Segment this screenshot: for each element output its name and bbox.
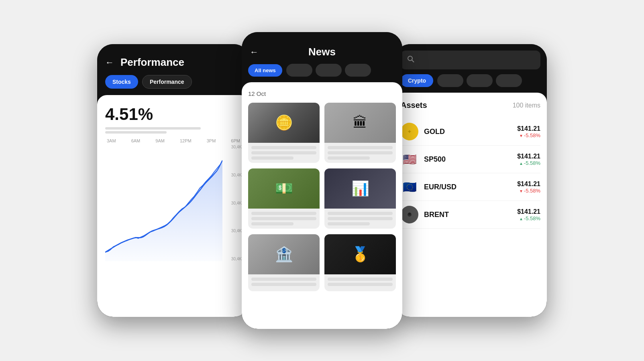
asset-change-brent: -5.58%	[517, 215, 540, 221]
news-tab-placeholder-1	[286, 64, 312, 77]
news-card-text	[248, 143, 320, 163]
svg-line-1	[412, 60, 414, 62]
news-line	[251, 283, 316, 286]
gold-icon: ✦	[401, 123, 418, 140]
news-card-text	[248, 209, 320, 229]
news-img-gold	[324, 234, 396, 274]
phone-news: ← News All news 12 Oct	[242, 32, 402, 329]
news-card-money[interactable]	[248, 168, 320, 229]
asset-price-brent: $141.21	[517, 208, 540, 215]
asset-name-sp500: SP500	[424, 155, 512, 164]
chart-label-12pm: 12PM	[180, 138, 192, 143]
tab-stocks[interactable]: Stocks	[105, 75, 138, 89]
news-img-money	[248, 168, 320, 209]
news-back-icon[interactable]: ←	[250, 47, 259, 57]
asset-row-eurusd[interactable]: 🇪🇺 EUR/USD $141.21 -5.58%	[401, 173, 540, 201]
arrow-down-icon	[519, 132, 523, 138]
news-img-trader	[324, 168, 396, 209]
chart-label-6am: 6AM	[131, 138, 141, 143]
chart-y-4: 30,4K	[226, 173, 242, 177]
asset-price-gold: $141.21	[517, 125, 540, 132]
news-card-wall[interactable]	[324, 103, 396, 163]
asset-name-brent: BRENT	[424, 211, 512, 219]
news-card-text	[248, 274, 320, 291]
asset-name-eurusd: EUR/USD	[424, 183, 512, 191]
crypto-inner: Crypto Assets 100 items ✦	[394, 44, 547, 317]
asset-price-col-brent: $141.21 -5.58%	[517, 208, 540, 221]
perf-bar-1	[105, 127, 201, 130]
sp500-icon: 🇺🇸	[401, 150, 418, 168]
arrow-down-icon	[519, 188, 523, 194]
asset-price-sp500: $141.21	[517, 153, 540, 160]
news-card-coins[interactable]	[248, 103, 320, 163]
chart-y-2: 30,4K	[226, 229, 242, 233]
news-card-text	[324, 274, 396, 291]
news-card-building[interactable]	[248, 234, 320, 291]
news-line	[251, 217, 316, 220]
assets-count: 100 items	[513, 102, 540, 109]
asset-row-brent[interactable]: BRENT $141.21 -5.58%	[401, 201, 540, 229]
eurusd-icon: 🇪🇺	[401, 178, 418, 196]
chart-svg	[105, 145, 222, 261]
perf-bar-2	[105, 131, 167, 134]
chart-svg-area	[105, 145, 222, 261]
chart-y-1: 30,4K	[226, 257, 242, 261]
news-card-text	[324, 143, 396, 163]
news-line	[328, 151, 393, 154]
news-img-wall	[324, 103, 396, 143]
news-page-title: News	[308, 46, 336, 58]
arrow-up-icon	[519, 215, 523, 221]
performance-header: ← Performance	[97, 52, 250, 75]
news-line	[328, 217, 393, 220]
assets-card: Assets 100 items ✦ GOLD $141.21	[394, 93, 547, 317]
news-card-gold[interactable]	[324, 234, 396, 291]
tab-performance[interactable]: Performance	[142, 75, 192, 89]
news-line-short	[251, 222, 293, 225]
asset-name-gold: GOLD	[424, 128, 512, 136]
page-title: Performance	[120, 56, 184, 69]
back-icon[interactable]: ←	[105, 57, 114, 68]
crypto-tab-placeholder-1	[437, 74, 463, 87]
search-bar[interactable]	[401, 51, 540, 69]
performance-percent: 4.51%	[105, 105, 242, 124]
news-grid-row3	[248, 234, 396, 291]
news-line	[328, 146, 393, 149]
asset-change-gold: -5.58%	[517, 132, 540, 138]
svg-point-6	[408, 213, 411, 215]
news-line	[251, 146, 316, 149]
news-tab-placeholder-3	[345, 64, 371, 77]
chart-label-9am: 9AM	[155, 138, 165, 143]
news-card-text	[324, 209, 396, 229]
tab-all-news[interactable]: All news	[248, 64, 282, 77]
news-content-card: 12 Oct	[242, 82, 402, 329]
search-icon	[407, 55, 414, 65]
crypto-tab-placeholder-2	[467, 74, 493, 87]
chart-y-axis: 30,4K 30,4K 30,4K 30,4K 30,4K	[222, 145, 242, 261]
news-tab-placeholder-2	[316, 64, 342, 77]
brent-icon	[401, 206, 418, 223]
asset-change-sp500: -5.58%	[517, 160, 540, 166]
chart-label-3am: 3AM	[107, 138, 116, 143]
news-line-short	[328, 156, 370, 160]
news-grid-row2	[248, 168, 396, 229]
news-grid-row1	[248, 103, 396, 163]
news-header: ← News	[242, 40, 402, 64]
asset-price-eurusd: $141.21	[517, 180, 540, 188]
chart-y-3: 30,4K	[226, 201, 242, 205]
asset-price-col-gold: $141.21 -5.58%	[517, 125, 540, 138]
phone-performance: ← Performance Stocks Performance 4.51% 3…	[97, 44, 250, 317]
performance-tab-bar: Stocks Performance	[97, 75, 250, 95]
asset-row-gold[interactable]: ✦ GOLD $141.21 -5.58%	[401, 118, 540, 146]
phone-crypto: Crypto Assets 100 items ✦	[394, 44, 547, 317]
chart-label-3pm: 3PM	[207, 138, 216, 143]
news-card-trader[interactable]	[324, 168, 396, 229]
chart-area: 30,4K 30,4K 30,4K 30,4K 30,4K	[105, 145, 242, 261]
chart-label-6pm: 6PM	[231, 138, 240, 143]
news-line	[251, 151, 316, 154]
asset-row-sp500[interactable]: 🇺🇸 SP500 $141.21 -5.58%	[401, 146, 540, 173]
asset-price-col-sp500: $141.21 -5.58%	[517, 153, 540, 166]
news-line	[251, 212, 316, 215]
arrow-up-icon	[519, 160, 523, 166]
tab-crypto[interactable]: Crypto	[401, 74, 433, 87]
perf-bars	[105, 127, 242, 134]
